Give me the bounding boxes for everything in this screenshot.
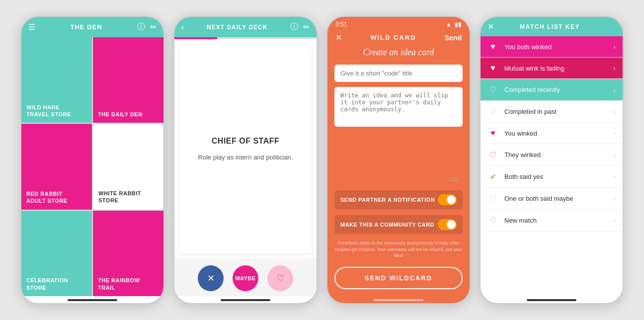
header-icons-2: ⓘ ✏ xyxy=(290,22,310,32)
list-item[interactable]: RED RABBITADULT STORE xyxy=(21,124,92,209)
list-item[interactable]: ♥ Mutual wink is fading › xyxy=(481,58,623,79)
screens-container: ☰ THE DEN ⓘ ✏ WILD HARETRAVEL STORE THE … xyxy=(10,6,634,314)
list-item[interactable]: WHITE RABBIT STORE xyxy=(93,124,163,209)
phone-screen-2: ‹ NEXT DAILY DECK ⓘ ✏ CHIEF OF STAFF Rol… xyxy=(173,16,318,304)
heart-new-match-icon: ♡ xyxy=(487,216,498,225)
heart-they-winked-icon: ♡ xyxy=(487,150,498,160)
chevron-icon: › xyxy=(613,86,616,94)
battery-icon: ▮▮ xyxy=(455,21,462,28)
screen4-title: MATCH LIST KEY xyxy=(520,23,580,30)
chevron-icon: › xyxy=(613,173,616,181)
back-icon[interactable]: ‹ xyxy=(181,23,184,32)
list-item[interactable]: ♥ You winked › xyxy=(481,123,623,144)
heart-fading-icon: ♥ xyxy=(487,64,498,73)
progress-bar xyxy=(174,37,317,39)
idea-textarea[interactable] xyxy=(334,87,463,127)
toggle-community: MAKE THIS A COMMUNITY CARD xyxy=(334,215,463,234)
char-count: 120 xyxy=(449,176,458,182)
info-icon-2[interactable]: ⓘ xyxy=(290,22,298,32)
screen2-title: NEXT DAILY DECK xyxy=(207,24,267,31)
chevron-icon: › xyxy=(613,217,616,225)
chevron-icon: › xyxy=(613,151,616,159)
phone-screen-1: ☰ THE DEN ⓘ ✏ WILD HARETRAVEL STORE THE … xyxy=(20,16,164,304)
heart-maybe-icon: ♡ xyxy=(487,194,498,203)
phone-screen-3: 3:51 ▲ ▮▮ ✕ WILD CARD Send Create an ide… xyxy=(326,16,471,304)
check-icon: ✔ xyxy=(487,172,498,181)
match-list: ♥ You both winked › ♥ Mutual wink is fad… xyxy=(481,36,623,296)
edit-icon[interactable]: ✏ xyxy=(150,22,157,32)
list-item[interactable]: ♡ Completed in past › xyxy=(481,101,623,123)
heart-completed-icon: ♡ xyxy=(487,85,498,94)
textarea-wrap: 120 xyxy=(334,87,463,185)
toggle-notification: SEND PARTNER A NOTIFICATION xyxy=(334,190,463,209)
status-icons: ▲ ▮▮ xyxy=(446,21,462,28)
home-indicator-2 xyxy=(221,299,270,301)
toggle-community-label: MAKE THIS A COMMUNITY CARD xyxy=(340,222,434,228)
heart-winked-icon: ♥ xyxy=(487,129,498,138)
screen1-header: ☰ THE DEN ⓘ ✏ xyxy=(21,17,163,37)
card-description: Role play as intern and politician. xyxy=(198,154,293,161)
screen2-header: ‹ NEXT DAILY DECK ⓘ ✏ xyxy=(174,17,317,37)
wifi-icon: ▲ xyxy=(446,21,452,28)
edit-icon-2[interactable]: ✏ xyxy=(303,22,310,32)
like-button[interactable]: ♡ xyxy=(267,265,293,291)
list-item[interactable]: THE DAILY DEN xyxy=(93,37,163,123)
list-item[interactable]: ♡ New match › xyxy=(481,210,623,232)
chevron-icon: › xyxy=(613,195,616,203)
card-area: CHIEF OF STAFF Role play as intern and p… xyxy=(179,44,312,253)
fine-print: Contribute ideas to the community anonym… xyxy=(334,240,463,259)
reject-button[interactable]: ✕ xyxy=(198,265,224,291)
list-item[interactable]: THE RAINBOW TRAIL xyxy=(93,211,163,296)
store-grid: WILD HARETRAVEL STORE THE DAILY DEN RED … xyxy=(21,37,163,296)
close-icon-3[interactable]: ✕ xyxy=(335,33,342,42)
home-indicator-4 xyxy=(527,299,576,301)
list-item[interactable]: ♡ They winked › xyxy=(481,144,623,166)
send-wildcard-button[interactable]: SEND WILDCARD xyxy=(334,267,463,289)
progress-fill xyxy=(174,37,217,39)
send-label[interactable]: Send xyxy=(445,34,462,42)
maybe-button[interactable]: MAYBE xyxy=(233,265,258,291)
status-bar: 3:51 ▲ ▮▮ xyxy=(327,17,470,30)
chevron-icon: › xyxy=(613,108,616,116)
list-item[interactable]: ♡ Completed recently › xyxy=(481,79,623,101)
close-icon-4[interactable]: ✕ xyxy=(487,22,494,31)
code-input[interactable] xyxy=(334,65,463,82)
wildcard-content: Create an idea card 120 SEND PARTNER A N… xyxy=(327,47,470,296)
action-buttons: ✕ MAYBE ♡ xyxy=(174,258,317,296)
heart-past-icon: ♡ xyxy=(487,107,498,116)
toggle-notification-label: SEND PARTNER A NOTIFICATION xyxy=(340,197,435,203)
list-item[interactable]: CELEBRATION STORE xyxy=(21,211,92,296)
screen3-header: ✕ WILD CARD Send xyxy=(327,30,470,47)
chevron-icon: › xyxy=(613,129,616,137)
toggle-community-switch[interactable] xyxy=(438,219,457,230)
list-item[interactable]: WILD HARETRAVEL STORE xyxy=(21,37,92,123)
heart-filled-icon: ♥ xyxy=(487,42,498,51)
screen4-header: ✕ MATCH LIST KEY xyxy=(481,17,623,36)
home-indicator-3 xyxy=(374,299,423,301)
header-icons: ⓘ ✏ xyxy=(137,22,157,32)
wildcard-title: WILD CARD xyxy=(370,34,416,41)
chevron-icon: › xyxy=(613,64,616,72)
home-indicator xyxy=(68,299,117,301)
status-time: 3:51 xyxy=(335,21,347,28)
menu-icon[interactable]: ☰ xyxy=(28,22,35,32)
list-item[interactable]: ♥ You both winked › xyxy=(481,36,623,58)
phone-screen-4: ✕ MATCH LIST KEY ♥ You both winked › ♥ M… xyxy=(480,16,624,304)
list-item[interactable]: ♡ One or both said maybe › xyxy=(481,188,623,210)
screen1-title: THE DEN xyxy=(70,23,102,31)
chevron-icon: › xyxy=(613,43,616,51)
wildcard-subtitle: Create an idea card xyxy=(334,47,463,58)
toggle-notification-switch[interactable] xyxy=(438,194,457,205)
card-title: CHIEF OF STAFF xyxy=(212,137,279,146)
list-item[interactable]: ✔ Both said yes › xyxy=(481,166,623,188)
info-icon[interactable]: ⓘ xyxy=(137,22,145,32)
